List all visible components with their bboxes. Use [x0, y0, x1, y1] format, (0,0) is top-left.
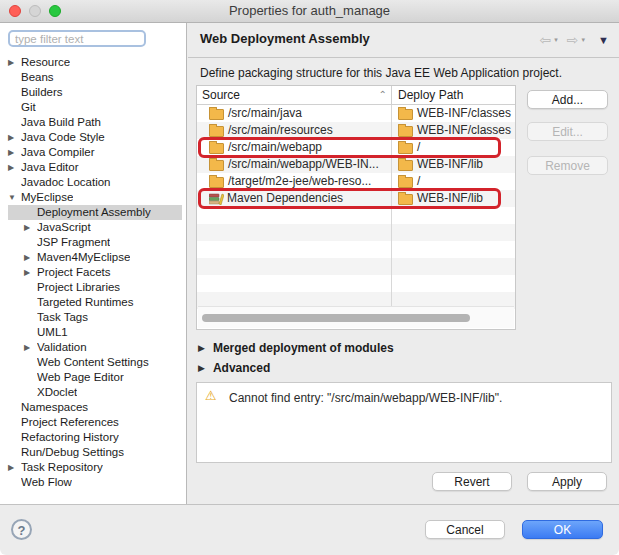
sidebar-item-label: Project References: [21, 415, 119, 430]
sidebar-item-myeclipse[interactable]: ▼MyEclipse: [8, 190, 182, 205]
expand-icon[interactable]: ▶: [8, 460, 21, 475]
header-toolbar: ⇦▾ ⇨▾ ▼: [540, 33, 609, 47]
sidebar-item-deployment-assembly[interactable]: Deployment Assembly: [8, 205, 182, 220]
expand-icon[interactable]: ▶: [8, 160, 21, 175]
sidebar-item-java-editor[interactable]: ▶Java Editor: [8, 160, 182, 175]
remove-button: Remove: [527, 156, 608, 175]
sidebar-item-label: Project Libraries: [37, 280, 120, 295]
window-title: Properties for auth_manage: [0, 3, 619, 18]
sidebar-item-java-build-path[interactable]: Java Build Path: [8, 115, 182, 130]
sidebar-item-namespaces[interactable]: Namespaces: [8, 400, 182, 415]
sidebar-item-xdoclet[interactable]: XDoclet: [8, 385, 182, 400]
scrollbar-thumb[interactable]: [202, 314, 470, 322]
table-row-src-main-webapp[interactable]: /src/main/webapp/: [197, 139, 515, 156]
warning-panel: ⚠ Cannot find entry: "/src/main/webapp/W…: [196, 382, 612, 463]
sidebar-item-label: Web Flow: [21, 475, 72, 490]
sidebar-item-git[interactable]: Git: [8, 100, 182, 115]
sidebar-item-javadoc-location[interactable]: Javadoc Location: [8, 175, 182, 190]
expand-icon[interactable]: ▶: [8, 130, 21, 145]
table-row-maven-dependencies[interactable]: Maven DependenciesWEB-INF/lib: [197, 190, 515, 207]
sidebar-item-web-page-editor[interactable]: Web Page Editor: [8, 370, 182, 385]
table-row-src-main-resources[interactable]: /src/main/resourcesWEB-INF/classes: [197, 122, 515, 139]
sidebar-item-uml1[interactable]: UML1: [8, 325, 182, 340]
deploy-path: WEB-INF/lib: [417, 156, 483, 173]
view-menu-icon[interactable]: ▼: [598, 34, 609, 46]
section-advanced[interactable]: ▶ Advanced: [198, 361, 270, 375]
sidebar-item-beans[interactable]: Beans: [8, 70, 182, 85]
folder-icon: [398, 194, 413, 205]
expand-icon[interactable]: ▶: [198, 343, 205, 353]
sidebar-item-web-content-settings[interactable]: Web Content Settings: [8, 355, 182, 370]
sidebar-item-label: Deployment Assembly: [37, 205, 151, 220]
sidebar-item-javascript[interactable]: ▶JavaScript: [8, 220, 182, 235]
sidebar-item-label: JavaScript: [37, 220, 91, 235]
sidebar-item-label: Web Content Settings: [37, 355, 149, 370]
sidebar-item-resource[interactable]: ▶Resource: [8, 55, 182, 70]
sidebar-item-run-debug-settings[interactable]: Run/Debug Settings: [8, 445, 182, 460]
sidebar-item-task-tags[interactable]: Task Tags: [8, 310, 182, 325]
column-header-deploy-path[interactable]: Deploy Path: [392, 86, 515, 104]
deploy-path: WEB-INF/lib: [417, 190, 483, 207]
cancel-button[interactable]: Cancel: [425, 520, 505, 539]
source-path: /src/main/webapp: [228, 139, 322, 156]
sidebar-item-java-compiler[interactable]: ▶Java Compiler: [8, 145, 182, 160]
page-title: Web Deployment Assembly: [200, 31, 370, 46]
expand-icon[interactable]: ▶: [24, 340, 37, 355]
ok-button[interactable]: OK: [522, 520, 603, 539]
sidebar-item-label: Builders: [21, 85, 63, 100]
deploy-path: WEB-INF/classes: [417, 122, 511, 139]
sidebar-item-jsp-fragment[interactable]: JSP Fragment: [8, 235, 182, 250]
sidebar-item-validation[interactable]: ▶Validation: [8, 340, 182, 355]
expand-icon[interactable]: ▶: [198, 363, 205, 373]
back-icon[interactable]: ⇦: [540, 33, 552, 47]
sidebar-item-targeted-runtimes[interactable]: Targeted Runtimes: [8, 295, 182, 310]
expand-icon[interactable]: ▶: [24, 265, 37, 280]
help-button[interactable]: ?: [11, 519, 32, 540]
sidebar-item-label: JSP Fragment: [37, 235, 110, 250]
add-button[interactable]: Add...: [527, 90, 608, 109]
sidebar-item-label: Java Code Style: [21, 130, 105, 145]
expand-icon[interactable]: ▶: [8, 145, 21, 160]
horizontal-scrollbar[interactable]: [198, 306, 514, 328]
table-row-target-m2e-jee-web-reso[interactable]: /target/m2e-jee/web-reso.../: [197, 173, 515, 190]
expand-icon[interactable]: ▶: [8, 55, 21, 70]
deploy-path: /: [417, 139, 420, 156]
table-body: /src/main/javaWEB-INF/classes/src/main/r…: [197, 105, 515, 309]
table-row-src-main-webapp-web-in[interactable]: /src/main/webapp/WEB-IN...WEB-INF/lib: [197, 156, 515, 173]
folder-icon: [209, 160, 224, 171]
sidebar-item-label: XDoclet: [37, 385, 77, 400]
sidebar-item-label: Targeted Runtimes: [37, 295, 134, 310]
sidebar-item-web-flow[interactable]: Web Flow: [8, 475, 182, 490]
properties-dialog: Properties for auth_manage ▶ResourceBean…: [0, 0, 619, 555]
section-merged-deployment[interactable]: ▶ Merged deployment of modules: [198, 341, 394, 355]
column-header-source[interactable]: Source ⌃: [197, 86, 392, 104]
sidebar-item-task-repository[interactable]: ▶Task Repository: [8, 460, 182, 475]
sidebar-item-builders[interactable]: Builders: [8, 85, 182, 100]
revert-button[interactable]: Revert: [432, 472, 512, 491]
sidebar-item-project-references[interactable]: Project References: [8, 415, 182, 430]
sidebar-item-project-facets[interactable]: ▶Project Facets: [8, 265, 182, 280]
forward-menu-icon[interactable]: ▾: [582, 36, 586, 44]
deploy-path: /: [417, 173, 420, 190]
apply-button[interactable]: Apply: [527, 472, 607, 491]
folder-icon: [398, 126, 413, 137]
edit-button: Edit...: [527, 122, 608, 141]
header-divider: [188, 57, 619, 58]
sidebar-item-refactoring-history[interactable]: Refactoring History: [8, 430, 182, 445]
source-cell: [197, 224, 392, 241]
collapse-icon[interactable]: ▼: [8, 190, 21, 205]
table-header: Source ⌃ Deploy Path: [197, 86, 515, 105]
sidebar-item-label: Project Facets: [37, 265, 111, 280]
folder-icon: [398, 160, 413, 171]
folder-icon: [398, 109, 413, 120]
back-menu-icon[interactable]: ▾: [554, 36, 558, 44]
sidebar-item-java-code-style[interactable]: ▶Java Code Style: [8, 130, 182, 145]
source-cell: /src/main/webapp: [197, 139, 392, 156]
table-row-src-main-java[interactable]: /src/main/javaWEB-INF/classes: [197, 105, 515, 122]
forward-icon[interactable]: ⇨: [567, 33, 579, 47]
sidebar-item-maven4myeclipse[interactable]: ▶Maven4MyEclipse: [8, 250, 182, 265]
expand-icon[interactable]: ▶: [24, 220, 37, 235]
sidebar-item-project-libraries[interactable]: Project Libraries: [8, 280, 182, 295]
expand-icon[interactable]: ▶: [24, 250, 37, 265]
filter-input[interactable]: [8, 30, 146, 47]
